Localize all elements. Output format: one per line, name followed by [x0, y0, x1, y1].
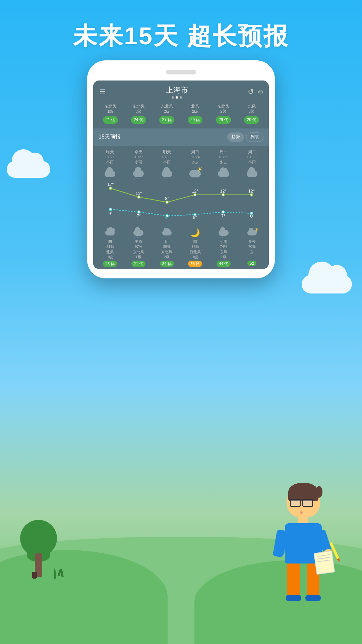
aq-badge-2: 27 优 [159, 116, 174, 124]
low-label-5: 6° [249, 215, 253, 219]
aq-badge-3: 29 优 [188, 116, 203, 124]
menu-icon[interactable]: ☰ [99, 88, 106, 96]
days-label-row: 昨天 01/21 小雨 今天 01/22 小雨 [93, 146, 269, 182]
weather-icon-4 [210, 167, 237, 180]
bw-text-1: 中雨97%东北风1级 [125, 239, 152, 260]
bw-text-2: 阴85%东北风2级 [153, 239, 180, 260]
phone-mockup: ☰ 上海市 ↺ ⎋ 东北风1级 21 优 [87, 60, 275, 278]
aq-row: 东北风1级 21 优 东北风3级 24 优 东北风2级 27 优 北风2级 29… [93, 101, 269, 128]
low-dot-4 [222, 211, 225, 213]
bw-icon-5: ☀ [238, 226, 265, 239]
high-dot-0 [109, 187, 112, 190]
day-label-0: 昨天 01/21 小雨 [97, 149, 124, 165]
bw-col-3: 🌙 晴78%西北风1级 58 良 [182, 226, 209, 267]
bw-icon-0 [97, 226, 124, 239]
aq-col-5: 北风3级 29 优 [239, 104, 265, 124]
weather-icon-2 [153, 167, 180, 180]
bw-icon-2 [153, 226, 180, 239]
character [261, 456, 345, 597]
aq-wind-3: 北风2级 [182, 104, 208, 114]
high-label-2: 8° [165, 196, 169, 201]
bw-badge-5: 52 [247, 261, 256, 266]
hero-title: 未来15天 超长预报 [0, 20, 362, 52]
low-dot-0 [109, 208, 112, 211]
low-dot-1 [137, 211, 140, 213]
day-label-4: 周一 01/25 多云 [210, 149, 237, 165]
aq-wind-4: 东北风2级 [210, 104, 236, 114]
forecast-header: 15天预报 趋势 列表 [93, 128, 269, 146]
bw-badge-0: 48 优 [103, 261, 117, 267]
low-dot-5 [250, 212, 253, 215]
tree [20, 517, 57, 577]
high-temp-line [111, 188, 252, 202]
phone-screen: ☰ 上海市 ↺ ⎋ 东北风1级 21 优 [93, 80, 269, 269]
high-dot-4 [222, 193, 225, 196]
city-label: 上海市 [166, 85, 188, 95]
day-col-4: 周一 01/25 多云 [210, 149, 237, 182]
moon-icon: 🌙 [190, 228, 200, 237]
bw-badge-1: 21 优 [131, 261, 145, 267]
aq-col-1: 东北风3级 24 优 [125, 104, 152, 124]
aq-col-2: 东北风2级 27 优 [154, 104, 180, 124]
bw-icon-4: · · [210, 226, 237, 239]
aq-col-3: 北风2级 29 优 [182, 104, 208, 124]
forecast-title: 15天预报 [99, 133, 121, 141]
bw-text-3: 晴78%西北风1级 [182, 239, 209, 260]
low-temp-line [111, 209, 252, 216]
bw-icon-1: ··· [125, 226, 152, 239]
weather-icon-3 [182, 167, 209, 180]
day-col-1: 今天 01/22 小雨 [125, 149, 152, 182]
share-icon[interactable]: ⎋ [258, 88, 263, 96]
high-label-0: 17° [107, 182, 114, 187]
aq-badge-5: 29 优 [244, 116, 259, 124]
day-label-5: 周二 01/26 小雨 [238, 149, 265, 165]
header-actions: ↺ ⎋ [248, 88, 263, 96]
low-label-4: 7° [221, 214, 225, 218]
high-dot-5 [250, 193, 253, 196]
bw-badge-3: 58 良 [188, 261, 202, 267]
low-label-0: 9° [109, 211, 113, 216]
high-dot-2 [166, 201, 168, 204]
day-col-2: 明天 01/23 小雨 [153, 149, 180, 182]
bw-col-5: ☀ 多云70%东... 52 [238, 226, 265, 267]
forecast-tabs[interactable]: 趋势 列表 [227, 132, 263, 142]
bw-col-1: ··· 中雨97%东北风1级 21 优 [125, 226, 152, 267]
day-label-3: 周日 01/24 多云 [182, 149, 209, 165]
grass-blades [54, 569, 64, 579]
aq-wind-0: 东北风1级 [97, 104, 123, 114]
bw-text-0: 阴81%北风1级 [97, 239, 124, 260]
high-dot-3 [194, 193, 196, 196]
dot-2 [176, 96, 178, 99]
bw-badge-4: 44 优 [217, 261, 231, 267]
app-header: ☰ 上海市 ↺ ⎋ [93, 80, 269, 101]
aq-badge-1: 24 优 [131, 116, 146, 124]
low-label-1: 7° [137, 214, 141, 218]
dot-1 [172, 96, 174, 99]
tab-list[interactable]: 列表 [246, 132, 263, 142]
aq-wind-5: 北风3级 [239, 104, 265, 114]
aq-badge-4: 29 优 [216, 116, 231, 124]
day-label-2: 明天 01/23 小雨 [153, 149, 180, 165]
page-dots [166, 96, 188, 99]
bw-col-4: · · 小雨74%东风1级 44 优 [210, 226, 237, 267]
weather-icon-1 [125, 167, 152, 180]
cloud-left [7, 161, 50, 178]
bottom-weather-row: 阴81%北风1级 48 优 ··· 中雨97%东北风1级 21 优 [93, 223, 269, 269]
bw-icon-3: 🌙 [182, 226, 209, 239]
aq-col-0: 东北风1级 21 优 [97, 104, 123, 124]
high-label-5: 12° [248, 189, 255, 194]
dot-3 [180, 96, 182, 99]
weather-icon-5 [238, 167, 265, 180]
high-label-1: 11° [135, 191, 142, 196]
bw-col-2: 阴85%东北风2级 34 优 [153, 226, 180, 267]
phone-speaker [166, 70, 196, 74]
cloud-right [302, 275, 352, 293]
refresh-icon[interactable]: ↺ [248, 88, 254, 96]
day-col-3: 周日 01/24 多云 [182, 149, 209, 182]
high-label-3: 12° [192, 189, 198, 194]
aq-wind-2: 东北风2级 [154, 104, 180, 114]
low-label-2: 4° [165, 215, 169, 220]
tab-trend[interactable]: 趋势 [227, 132, 244, 142]
bw-badge-2: 34 优 [160, 261, 174, 267]
day-col-0: 昨天 01/21 小雨 [97, 149, 124, 182]
